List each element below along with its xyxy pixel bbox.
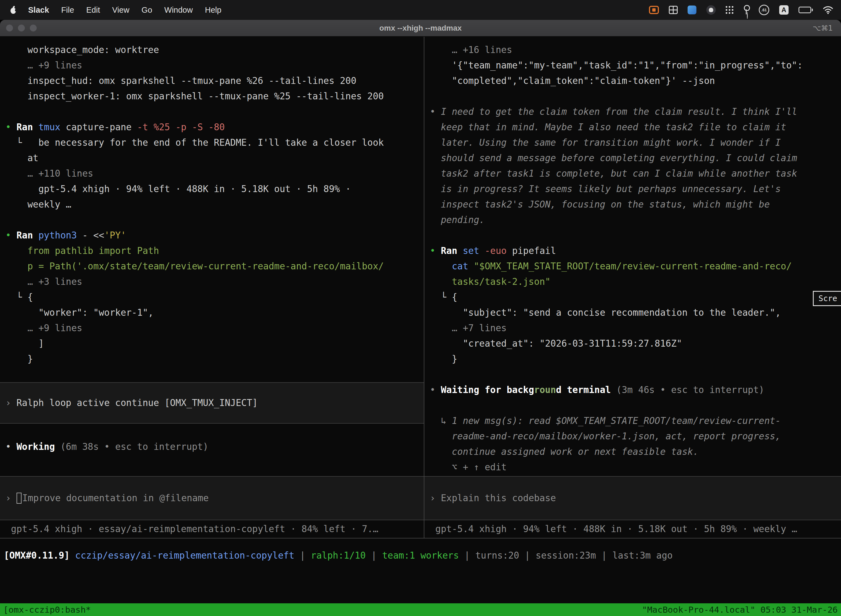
text-segment: Explain this codebase bbox=[441, 490, 556, 506]
terminal-line: … +9 lines bbox=[0, 320, 424, 336]
terminal-line: └ { bbox=[0, 289, 424, 305]
terminal-line: later. Using the same for transition mig… bbox=[424, 135, 841, 150]
menu-item-help[interactable]: Help bbox=[205, 6, 221, 15]
text-segment: • bbox=[6, 122, 16, 132]
input-source-icon[interactable]: A bbox=[779, 5, 788, 15]
terminal-line: is in progress? It seems likely but perh… bbox=[424, 181, 841, 197]
text-segment: workspace_mode: worktree bbox=[6, 44, 159, 55]
text-segment: … +3 lines bbox=[6, 276, 82, 287]
text-segment: ralph:1/10 bbox=[311, 550, 366, 561]
terminal-pane-left[interactable]: workspace_mode: worktree … +9 lines insp… bbox=[0, 37, 424, 538]
text-segment: roun bbox=[534, 384, 556, 395]
text-segment: (6m 38s • esc to interrupt) bbox=[60, 441, 208, 452]
text-cursor bbox=[16, 493, 22, 504]
text-segment: session:23m bbox=[536, 550, 596, 561]
ran-python-command: • Ran python3 - <<'PY' bbox=[0, 228, 424, 243]
terminal-line: } bbox=[424, 351, 841, 367]
menu-item-view[interactable]: View bbox=[112, 6, 129, 15]
text-segment: 'PY' bbox=[104, 230, 126, 241]
text-segment: ] bbox=[6, 338, 44, 349]
text-segment: tasks/task-2.json" bbox=[430, 276, 551, 287]
terminal-line: workspace_mode: worktree bbox=[0, 42, 424, 58]
menu-item-edit[interactable]: Edit bbox=[86, 6, 100, 15]
text-segment: Ran bbox=[441, 245, 463, 256]
text-segment: last:3m ago bbox=[612, 550, 673, 561]
terminal-line: … +9 lines bbox=[0, 58, 424, 73]
text-segment: } bbox=[430, 353, 457, 364]
terminal-pane-right[interactable]: … +16 lines '{"team_name":"my-team","tas… bbox=[424, 37, 841, 538]
terminal-line: "completed","claim_token":"claim-token"}… bbox=[424, 73, 841, 89]
gauge-label: .61 bbox=[761, 8, 766, 12]
terminal-line: readme-and-reco/mailbox/worker-1.json, a… bbox=[424, 428, 841, 444]
menu-item-app[interactable]: Slack bbox=[28, 6, 49, 15]
terminal-line: … +110 lines bbox=[0, 166, 424, 181]
terminal-line: keep that in mind. Maybe I also need the… bbox=[424, 119, 841, 135]
menu-item-window[interactable]: Window bbox=[164, 6, 193, 15]
text-segment: "completed","claim_token":"claim-token"}… bbox=[430, 75, 715, 86]
menu-item-go[interactable]: Go bbox=[142, 6, 152, 15]
terminal-line: └ be necessary for the end of the README… bbox=[0, 135, 424, 150]
tmux-status-bar: [omx-cczip0:bash* "MacBook-Pro-44.local"… bbox=[0, 603, 841, 616]
composer-input-right[interactable]: › Explain this codebase bbox=[424, 476, 841, 520]
text-segment: ↳ bbox=[430, 415, 452, 426]
window-title: omx --xhigh --madmax bbox=[0, 24, 841, 32]
ran-set-command: • Ran set -euo pipefail bbox=[424, 243, 841, 259]
text-segment bbox=[430, 137, 441, 148]
text-segment: d terminal bbox=[556, 384, 617, 395]
text-segment: task2 after task1 is complete, but can I… bbox=[441, 168, 797, 179]
menu-status-icons: .61 A bbox=[649, 5, 833, 15]
text-segment: | bbox=[596, 550, 612, 561]
key-icon[interactable] bbox=[743, 5, 749, 15]
text-segment: … +7 lines bbox=[430, 323, 507, 333]
text-segment: └ { bbox=[430, 292, 457, 302]
text-segment: } bbox=[6, 353, 33, 364]
dark-app-icon[interactable] bbox=[706, 5, 716, 15]
terminal-line: "created_at": "2026-03-31T11:59:27.816Z" bbox=[424, 336, 841, 351]
text-segment: … +9 lines bbox=[6, 323, 82, 333]
battery-icon[interactable] bbox=[799, 7, 813, 13]
text-segment: └ { bbox=[6, 292, 33, 302]
text-segment: "worker": "worker-1", bbox=[6, 307, 154, 318]
terminal-line: "subject": "send a concise recommendatio… bbox=[424, 305, 841, 320]
wifi-icon[interactable] bbox=[823, 6, 833, 14]
text-segment: cczip/essay/ai-reimplementation-copyleft bbox=[75, 550, 294, 561]
text-segment: └ be necessary for the end of the README… bbox=[6, 137, 384, 148]
text-segment: Ran bbox=[16, 230, 38, 241]
text-segment: turns:20 bbox=[475, 550, 519, 561]
blue-app-icon[interactable] bbox=[687, 6, 696, 14]
menu-item-file[interactable]: File bbox=[61, 6, 74, 15]
text-segment: '{"team_name":"my-team","task_id":"1","f… bbox=[430, 60, 803, 70]
terminal-line: weekly … bbox=[0, 197, 424, 212]
new-message-note: ↳ 1 new msg(s): read $OMX_TEAM_STATE_ROO… bbox=[424, 413, 841, 428]
text-segment: team:1 workers bbox=[382, 550, 459, 561]
thinking-text: • I need to get the claim token from the… bbox=[424, 104, 841, 119]
apple-menu-icon[interactable] bbox=[8, 4, 19, 15]
text-segment: • bbox=[6, 441, 16, 452]
macos-menu-bar: SlackFileEditViewGoWindowHelp .61 A bbox=[0, 0, 841, 20]
window-title-bar[interactable]: omx --xhigh --madmax ⌥⌘1 bbox=[0, 20, 841, 37]
text-segment: from pathlib import Path bbox=[6, 245, 159, 256]
text-segment: continue assigned work or next feasible … bbox=[430, 446, 699, 457]
text-segment: "$OMX_TEAM_STATE_ROOT/team/review-curren… bbox=[474, 261, 792, 271]
text-segment: gpt-5.4 xhigh · essay/ai-reimplementatio… bbox=[6, 524, 378, 534]
terminal-line: cat "$OMX_TEAM_STATE_ROOT/team/review-cu… bbox=[424, 259, 841, 274]
terminal-line: … +7 lines bbox=[424, 320, 841, 336]
composer-input-left[interactable]: › Improve documentation in @filename bbox=[0, 476, 424, 520]
pane-right-flow: … +16 lines '{"team_name":"my-team","tas… bbox=[424, 42, 841, 475]
text-segment: (3m 46s • esc to interrupt) bbox=[617, 384, 764, 395]
screen-recording-indicator-icon[interactable] bbox=[649, 6, 659, 14]
text-segment: Improve documentation in @filename bbox=[22, 490, 209, 506]
apps-grid-icon[interactable] bbox=[726, 6, 733, 14]
terminal-line: at bbox=[0, 150, 424, 166]
window-grid-icon[interactable] bbox=[669, 6, 678, 14]
pane-left-flow: workspace_mode: worktree … +9 lines insp… bbox=[0, 42, 424, 470]
text-segment: › bbox=[6, 490, 16, 506]
gauge-icon[interactable]: .61 bbox=[759, 5, 769, 15]
blank-line bbox=[0, 104, 424, 119]
menu-items: SlackFileEditViewGoWindowHelp bbox=[28, 6, 221, 15]
text-segment: - << bbox=[82, 230, 104, 241]
text-segment: cat bbox=[452, 261, 473, 271]
text-segment: "subject": "send a concise recommendatio… bbox=[430, 307, 781, 318]
terminal-line: from pathlib import Path bbox=[0, 243, 424, 259]
pane-left-bottom: › Improve documentation in @filename gpt… bbox=[0, 476, 424, 537]
